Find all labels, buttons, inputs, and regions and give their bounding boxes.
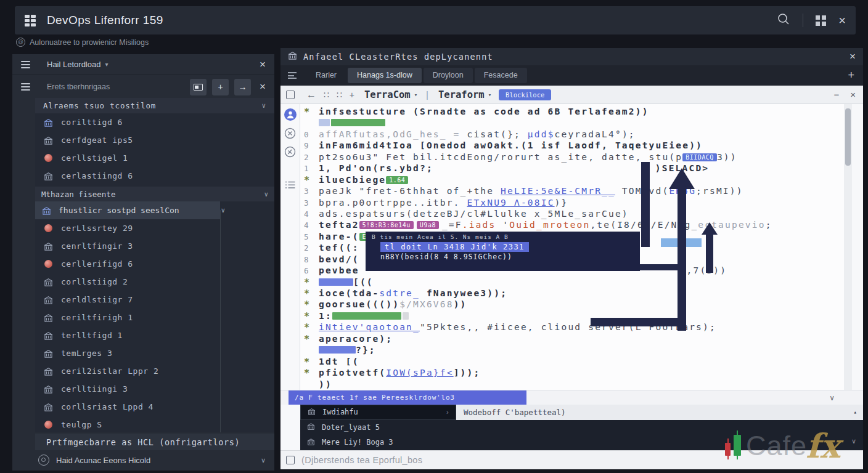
minimize-icon[interactable]: − [833,89,839,100]
tab-list-icon[interactable] [288,72,297,79]
code-text: paeJk "fret-6thhat of_+the [319,186,501,196]
tab-droyloon[interactable]: Droyloon [424,68,473,83]
code-text: .iads [462,220,496,230]
match-bar-text[interactable]: /a F teaect 1f sae Pereesklrdow'lo3 [289,390,526,405]
screen-tool-button[interactable] [190,79,207,95]
menu-icon[interactable] [21,83,30,91]
editor-right-margin [852,104,863,390]
code-text: [(( [353,277,374,287]
building-icon [43,242,53,251]
code-text: )) [319,379,332,389]
output-row[interactable]: Doter_lyaat 5 [300,420,863,435]
code-line: 4ads.espatsurs(detzeBJ/cl#Llulke x_5MLe_… [300,209,844,220]
sidebar-item[interactable]: corllsriast Lppd 4 [35,398,274,416]
sidebar-item[interactable]: cerlltiingi 3 [35,380,274,398]
sidebar-item[interactable]: teulgp S [35,416,274,432]
sidebar-tools-close-icon[interactable]: × [260,81,266,93]
sidebar-footer-link[interactable]: Prtfmgecbarre as HCL (onfrigartlors) [35,434,274,450]
chevron-down-icon: ∨ [261,456,266,464]
sidebar-item[interactable]: cerLlssrtey 29 [35,219,274,237]
status-badge[interactable]: Blockiloce [499,89,551,100]
star-icon: * [304,334,317,345]
user-avatar-icon[interactable] [284,108,297,123]
sidebar-item[interactable]: cerllerifigd 6 [35,255,274,273]
sidebar-item[interactable]: corilttigd 6 [35,113,274,131]
sidebar-item[interactable]: ceril2istlar Lppr 2 [35,362,274,380]
code-line: 4tefta25!8:R3:8e14uU9a8_=F.iads 'Ouid_mr… [300,220,844,231]
grid-dots-icon[interactable]: ∷ [337,90,342,100]
sidebar-item-selected[interactable]: fhustlicr sostpd seeslCon ∨ [35,201,220,219]
inline-badge: BIIDACQ [682,153,717,161]
add-tab-button[interactable]: + [848,69,857,82]
red-status-icon [43,224,53,232]
sidebar-section-header[interactable]: Mthazan fiseente ∨ [35,187,274,201]
menu-icon[interactable] [21,61,30,68]
close-circle-icon[interactable] [284,127,296,142]
output-row[interactable]: Mere Liy! Boga 3 [300,435,863,450]
sidebar-item[interactable]: terlltfigd 1 [35,326,274,344]
sidebar-item[interactable]: cerfdgeat ips5 [35,131,274,149]
sidebar-item[interactable]: cerldlstiigr 7 [35,291,274,309]
tab-fesacede[interactable]: Fesacede [475,68,527,83]
close-icon[interactable]: × [850,89,856,100]
code-line: 3paeJk "fret-6thhat of_+the HeLIE:5e&E-C… [300,186,844,197]
checkbox-icon[interactable] [286,91,295,99]
sidebar-toolbar-label: Erets tberhnrigaas [47,83,110,91]
app-close-icon[interactable]: × [838,14,846,26]
scrollbar-thumb[interactable] [845,108,851,166]
sidebar-item-label: corllsriast Lppd 4 [61,402,154,411]
star-icon: * [304,175,317,186]
account-selector[interactable]: Haid Acunac Eeons Hicold ∨ [12,451,274,469]
chevron-down-icon: ∨ [262,102,266,110]
sidebar-item[interactable]: cerllstigel 1 [35,149,274,167]
code-editor[interactable]: *infsestucture (Srnadte as code ad 6B Te… [300,104,844,390]
sidebar-item[interactable]: temLrges 3 [35,344,274,362]
code-line: 2pt2so6u3" Fet bil.itcdEong/rorurt as_it… [300,152,844,163]
chevron-up-icon[interactable]: ▴ [854,409,863,415]
add-icon[interactable]: + [350,90,354,100]
sidebar-filter-dropdown[interactable]: Alraems tsuo tcostilom ∨ [35,98,274,113]
sidebar-close-icon[interactable]: × [260,59,266,71]
grid-dots-icon[interactable]: ∷ [324,90,329,100]
building-icon [43,136,53,145]
annotation-arrowhead-up [669,168,695,189]
back-icon[interactable]: ← [306,89,316,100]
sidebar-item[interactable]: ceriltfirigh 1 [35,309,274,326]
editor-title: Anfaeel CLeasterRtes depLycanennt [303,52,493,62]
cancel-circle-icon[interactable] [284,146,296,160]
output-row-box: Doter_lyaat 5 [300,420,380,435]
progress-bar [319,346,356,354]
editor-scrollbar[interactable] [844,104,852,390]
caret-down-icon[interactable]: ▾ [105,61,108,68]
provider-dropdown[interactable]: TerraCom ▾ [364,89,417,100]
sidebar-item[interactable]: cerlastiingd 6 [35,167,274,185]
code-text: .,7(3)) [680,265,727,275]
code-text: infsestucture (Srnadte as code ad 6B Ter… [319,107,649,116]
scroll-chevron-icon[interactable]: ∨ [851,437,856,445]
sidebar-item[interactable]: cenrltfingir 3 [35,237,274,255]
chevron-down-icon[interactable]: ∨ [829,394,835,402]
flow-tool-button[interactable]: ← [234,79,251,95]
apps-grid-icon[interactable] [816,15,826,26]
sidebar-list: Alraems tsuo tcostilom ∨ corilttigd 6cer… [35,98,274,432]
building-icon [308,408,316,416]
output-row[interactable]: Iwdiahfu›Wodeboff C'bapettteal)▴ [300,405,863,420]
toolbar-gutter [280,91,300,99]
add-tool-button[interactable]: + [212,79,229,95]
tab-hanags-1s-dlow[interactable]: Hanags 1s-dlow [348,68,422,83]
app-menu-icon[interactable] [25,15,36,26]
code-line [300,118,844,129]
editor-close-icon[interactable]: × [850,51,856,63]
list-view-icon[interactable] [285,180,295,192]
tab-rarier[interactable]: Rarier [306,68,346,83]
output-row-label: Mere Liy! Boga 3 [322,438,393,447]
red-status-icon [43,421,53,429]
search-icon[interactable] [777,12,790,28]
tooltip-selected-text: tl doit Ln 3418 Jid'k 2331 [380,242,529,252]
checkbox-icon[interactable] [286,456,295,464]
sidebar-item[interactable]: corllstiigd 2 [35,273,274,291]
annotation-arrow-shaft [678,189,686,331]
language-dropdown[interactable]: Teraform ▾ [438,89,491,100]
status-input[interactable] [300,455,863,466]
sidebar-tool-buttons: + ← [190,79,251,95]
